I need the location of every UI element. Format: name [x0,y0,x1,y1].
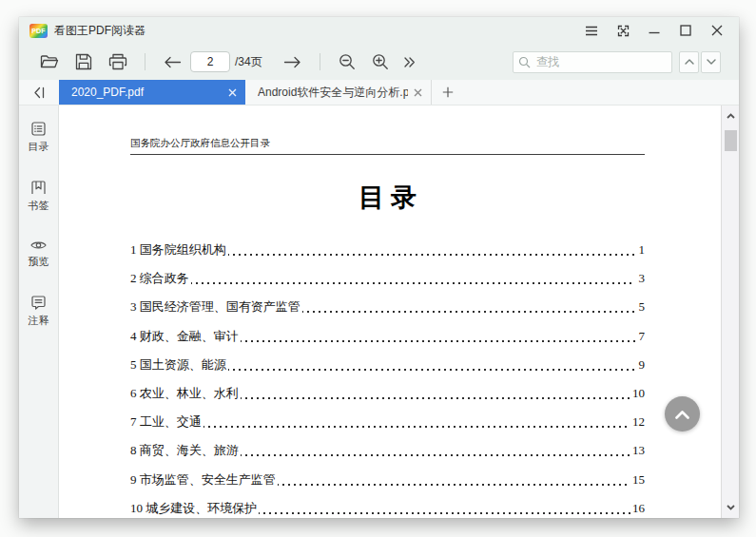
toc-entry-label: 2 综合政务 [130,270,189,287]
minimize-button[interactable] [642,20,667,41]
toc-leader-dots [241,322,635,351]
toc-entry-label: 9 市场监管、安全生产监管 [130,471,276,489]
toc-entry: 9 市场监管、安全生产监管 15 [130,466,645,494]
fullscreen-icon[interactable] [611,20,635,41]
scrollbar-thumb[interactable] [725,130,737,151]
zoom-out-button[interactable] [334,49,360,74]
document-viewport[interactable]: 国务院办公厅政府信息公开目录 目录 1 国务院组织机构 1 2 综合政务 3 3… [59,105,721,518]
save-button[interactable] [70,49,97,74]
toc-leader-dots [191,264,635,293]
sidebar: 目录 书签 预览 注释 [19,105,59,518]
scroll-down-icon[interactable] [722,499,740,516]
toc-entry: 3 国民经济管理、国有资产监管 5 [130,293,645,321]
window-controls [572,20,729,41]
toc-entry-page: 12 [632,414,645,430]
toc-entry: 2 综合政务 3 [130,264,645,293]
toc-entry-label: 3 国民经济管理、国有资产监管 [130,298,300,316]
sidebar-item-toc[interactable]: 目录 [29,122,49,154]
toc-list: 1 国务院组织机构 1 2 综合政务 3 3 国民经济管理、国有资产监管 5 [130,236,645,518]
open-file-button[interactable] [36,49,63,74]
toc-entry-label: 10 城乡建设、环境保护 [130,500,257,517]
new-tab-button[interactable] [432,80,464,105]
scroll-up-icon[interactable] [722,107,740,125]
toc-entry-page: 7 [637,329,645,344]
toc-entry-page: 15 [632,472,645,488]
search-input[interactable] [513,51,672,73]
toc-leader-dots [278,466,630,494]
toc-entry: 5 国土资源、能源 9 [130,351,645,379]
toc-entry-page: 1 [637,242,645,258]
toc-entry-page: 16 [632,501,645,516]
toc-entry-label: 5 国土资源、能源 [130,356,226,374]
app-window: PDF 看图王PDF阅读器 [19,17,739,518]
toc-entry-page: 3 [637,271,645,286]
sidebar-item-bookmarks[interactable]: 书签 [29,181,49,213]
app-title: 看图王PDF阅读器 [54,23,145,39]
search-next-button[interactable] [701,51,721,73]
toc-entry-page: 10 [632,386,645,401]
pdf-page: 国务院办公厅政府信息公开目录 目录 1 国务院组织机构 1 2 综合政务 3 3… [130,137,645,518]
toolbar-divider [145,53,145,70]
close-button[interactable] [705,20,729,41]
tab-close-icon[interactable] [414,88,422,97]
toc-entry-page: 13 [632,443,645,458]
toolbar: /34页 [19,44,739,80]
toc-leader-dots [241,379,630,408]
toc-entry: 8 商贸、海关、旅游 13 [130,436,645,465]
collapse-sidebar-icon[interactable] [19,80,59,105]
toolbar-divider [320,53,320,70]
sidebar-item-annotations[interactable]: 注释 [29,296,49,328]
page-total-label: /34页 [235,54,262,70]
page-number-input[interactable] [190,51,230,72]
toc-leader-dots [204,408,630,436]
page-header: 国务院办公厅政府信息公开目录 [130,137,645,155]
prev-page-button[interactable] [159,49,185,74]
toc-leader-dots [259,494,630,518]
sidebar-item-label: 注释 [29,314,49,328]
app-logo-icon: PDF [29,24,48,38]
menu-icon[interactable] [579,20,604,41]
sidebar-item-label: 目录 [29,140,49,154]
search-nav-buttons [677,51,721,73]
tab-document-1[interactable]: 2020_PDF.pdf [59,80,245,105]
more-tools-icon[interactable] [398,49,421,74]
maximize-button[interactable] [673,20,698,41]
toc-entry-label: 6 农业、林业、水利 [130,385,239,402]
toc-leader-dots [302,293,635,321]
toc-entry: 7 工业、交通 12 [130,408,645,436]
toc-entry-page: 9 [637,357,645,373]
toc-entry: 4 财政、金融、审计 7 [130,322,645,351]
next-page-button[interactable] [280,49,306,74]
tab-label: Android软件安全与逆向分析.pdf [258,85,408,101]
search-box [513,51,672,73]
titlebar: PDF 看图王PDF阅读器 [19,17,739,44]
tab-document-2[interactable]: Android软件安全与逆向分析.pdf [245,80,432,105]
toc-entry-label: 1 国务院组织机构 [130,241,226,259]
toc-leader-dots [228,236,635,264]
content-area: 目录 书签 预览 注释 [19,105,739,518]
search-prev-button[interactable] [679,51,699,73]
sidebar-item-preview[interactable]: 预览 [29,240,49,269]
toc-entry-page: 5 [637,299,645,315]
toc-entry: 6 农业、林业、水利 10 [130,379,645,408]
toc-leader-dots [241,436,630,465]
tab-bar: 2020_PDF.pdf Android软件安全与逆向分析.pdf [19,80,739,105]
sidebar-item-label: 预览 [29,255,49,269]
toc-leader-dots [228,351,635,379]
vertical-scrollbar[interactable] [721,105,739,518]
toc-entry: 10 城乡建设、环境保护 16 [130,494,645,518]
page-title: 目录 [130,182,645,214]
print-button[interactable] [105,49,131,74]
tab-close-icon[interactable] [228,88,237,97]
toc-entry: 1 国务院组织机构 1 [130,236,645,264]
toc-entry-label: 4 财政、金融、审计 [130,328,239,345]
search-icon [518,56,531,68]
back-to-top-button[interactable] [665,396,700,432]
toc-entry-label: 8 商贸、海关、旅游 [130,442,239,459]
toc-entry-label: 7 工业、交通 [130,413,202,431]
sidebar-item-label: 书签 [29,199,49,213]
zoom-in-button[interactable] [367,49,394,74]
tab-label: 2020_PDF.pdf [71,86,223,99]
